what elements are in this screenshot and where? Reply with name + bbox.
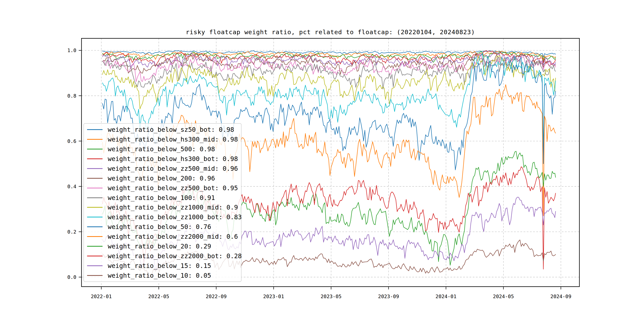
legend-item: weight_ratio_below_zz1000_bot: 0.83 [84,212,241,222]
x-tick-label: 2022-05 [148,294,169,299]
legend-line-swatch [87,197,102,198]
legend-line-swatch [87,139,102,140]
legend-item: weight_ratio_below_100: 0.91 [84,193,241,202]
figure: 2022-012022-052022-092023-012023-052023-… [0,0,644,322]
legend-item-label: weight_ratio_below_hs300_mid: 0.98 [108,136,238,143]
x-tick-label: 2024-09 [550,294,571,299]
legend-line-swatch [87,236,102,237]
legend-item: weight_ratio_below_zz2000_mid: 0.6 [84,232,241,241]
legend-item-label: weight_ratio_below_zz1000_bot: 0.83 [108,213,242,221]
legend-line-swatch [87,129,102,130]
legend-line-swatch [87,256,102,256]
y-tick-label: 0.4 [68,184,76,190]
legend-item: weight_ratio_below_10: 0.05 [84,271,241,280]
legend-item-label: weight_ratio_below_zz2000_mid: 0.6 [108,233,238,240]
legend-item-label: weight_ratio_below_zz500_mid: 0.96 [108,165,238,172]
x-tick-label: 2023-01 [263,294,284,299]
legend-line-swatch [87,265,102,266]
legend-box: weight_ratio_below_sz50_bot: 0.98weight_… [84,123,242,282]
chart-title: risky floatcap weight ratio, pct related… [186,28,475,36]
legend-item: weight_ratio_below_zz1000_mid: 0.9 [84,203,241,212]
legend-line-swatch [87,217,102,218]
legend-item-label: weight_ratio_below_zz500_bot: 0.95 [108,184,238,192]
legend-line-swatch [87,188,102,188]
legend-item: weight_ratio_below_hs300_mid: 0.98 [84,135,241,144]
y-tick-label: 0.2 [68,229,76,235]
legend-line-swatch [87,246,102,247]
legend-item-label: weight_ratio_below_50: 0.76 [108,223,211,230]
legend-item-label: weight_ratio_below_15: 0.15 [108,262,211,270]
x-tick-label: 2022-01 [91,294,112,299]
legend-item: weight_ratio_below_50: 0.76 [84,222,241,231]
legend-line-swatch [87,168,102,169]
legend-item-label: weight_ratio_below_hs300_bot: 0.98 [108,155,238,162]
x-tick-label: 2024-05 [493,294,514,299]
x-tick-label: 2023-09 [378,294,399,299]
legend-line-swatch [87,207,102,208]
legend-line-swatch [87,178,102,179]
legend-item-label: weight_ratio_below_20: 0.29 [108,242,211,250]
y-tick-label: 1.0 [68,48,76,53]
legend-item: weight_ratio_below_200: 0.96 [84,174,241,183]
x-tick-label: 2023-05 [320,294,342,299]
legend-item: weight_ratio_below_20: 0.29 [84,242,241,251]
legend-item: weight_ratio_below_15: 0.15 [84,261,241,270]
legend-line-swatch [87,275,102,276]
legend-item-label: weight_ratio_below_500: 0.98 [108,145,215,153]
legend-item-label: weight_ratio_below_zz1000_mid: 0.9 [108,204,238,211]
legend-item: weight_ratio_below_500: 0.98 [84,144,241,154]
legend-item: weight_ratio_below_sz50_bot: 0.98 [84,125,241,134]
legend-item: weight_ratio_below_hs300_bot: 0.98 [84,154,241,164]
legend-item-label: weight_ratio_below_10: 0.05 [108,272,211,279]
legend-item: weight_ratio_below_zz500_mid: 0.96 [84,164,241,173]
x-tick-label: 2022-09 [206,294,226,299]
legend-item-label: weight_ratio_below_200: 0.96 [108,174,215,182]
legend-line-swatch [87,158,102,159]
legend-item-label: weight_ratio_below_sz50_bot: 0.98 [108,126,234,133]
legend-item-label: weight_ratio_below_zz2000_bot: 0.28 [108,252,242,260]
legend-line-swatch [87,226,102,227]
x-tick-label: 2024-01 [436,294,456,299]
y-tick-label: 0.6 [68,138,76,144]
y-tick-label: 0.8 [68,93,76,99]
y-tick-label: 0.0 [68,274,76,280]
legend-item: weight_ratio_below_zz500_bot: 0.95 [84,184,241,192]
legend-item-label: weight_ratio_below_100: 0.91 [108,194,215,202]
legend-item: weight_ratio_below_zz2000_bot: 0.28 [84,252,241,260]
legend-line-swatch [87,149,102,150]
